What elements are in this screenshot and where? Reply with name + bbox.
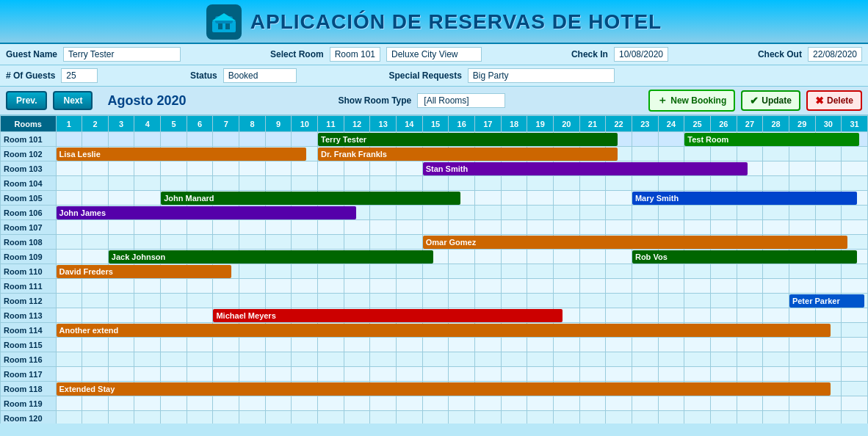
day-cell[interactable]	[553, 250, 579, 264]
day-cell[interactable]	[82, 367, 109, 382]
day-cell[interactable]	[449, 294, 475, 308]
day-cell[interactable]	[397, 279, 423, 294]
day-cell[interactable]	[239, 279, 266, 294]
day-cell[interactable]	[344, 367, 370, 382]
day-cell[interactable]	[763, 220, 789, 235]
day-cell[interactable]	[213, 338, 239, 352]
day-cell[interactable]	[553, 396, 579, 411]
booking-bar[interactable]: Peter Parker	[789, 294, 864, 308]
gantt-row[interactable]: Room 113Michael Meyers	[1, 308, 868, 323]
day-cell[interactable]	[632, 264, 658, 279]
day-cell[interactable]	[815, 308, 842, 323]
day-cell[interactable]	[161, 308, 187, 323]
day-cell[interactable]	[370, 220, 397, 235]
gantt-row[interactable]: Room 102Lisa LeslieDr. Frank Frankls	[1, 147, 868, 161]
day-cell[interactable]	[606, 367, 632, 382]
day-cell[interactable]	[842, 308, 868, 323]
day-cell[interactable]: Test Room	[684, 132, 711, 147]
day-cell[interactable]	[239, 352, 266, 367]
day-cell[interactable]	[475, 338, 502, 352]
day-cell[interactable]	[815, 220, 842, 235]
day-cell[interactable]	[134, 132, 161, 147]
day-cell[interactable]	[737, 220, 763, 235]
day-cell[interactable]	[318, 294, 344, 308]
day-cell[interactable]	[632, 338, 658, 352]
day-cell[interactable]	[737, 176, 763, 191]
day-cell[interactable]	[134, 235, 161, 250]
day-cell[interactable]	[527, 338, 554, 352]
day-cell[interactable]	[579, 264, 606, 279]
day-cell[interactable]	[815, 147, 842, 161]
day-cell[interactable]	[292, 367, 318, 382]
day-cell[interactable]	[449, 264, 475, 279]
day-cell[interactable]	[56, 235, 82, 250]
day-cell[interactable]	[422, 338, 449, 352]
day-cell[interactable]	[108, 396, 134, 411]
day-cell[interactable]	[842, 367, 868, 382]
day-cell[interactable]	[265, 294, 292, 308]
day-cell[interactable]	[606, 308, 632, 323]
day-cell[interactable]	[161, 396, 187, 411]
day-cell[interactable]	[684, 338, 711, 352]
day-cell[interactable]	[422, 396, 449, 411]
day-cell[interactable]	[370, 279, 397, 294]
day-cell[interactable]	[710, 264, 737, 279]
day-cell[interactable]	[606, 206, 632, 220]
day-cell[interactable]	[449, 220, 475, 235]
day-cell[interactable]	[658, 264, 684, 279]
booking-bar[interactable]: Mary Smith	[632, 192, 857, 205]
day-cell[interactable]	[397, 352, 423, 367]
day-cell[interactable]	[501, 294, 527, 308]
day-cell[interactable]	[56, 396, 82, 411]
day-cell[interactable]	[397, 235, 423, 250]
day-cell[interactable]	[56, 367, 82, 382]
day-cell[interactable]	[449, 176, 475, 191]
day-cell[interactable]	[292, 338, 318, 352]
day-cell[interactable]	[632, 396, 658, 411]
day-cell[interactable]	[422, 352, 449, 367]
day-cell[interactable]	[579, 352, 606, 367]
day-cell[interactable]	[684, 264, 711, 279]
day-cell[interactable]	[265, 220, 292, 235]
day-cell[interactable]	[134, 411, 161, 424]
day-cell[interactable]	[501, 250, 527, 264]
day-cell[interactable]	[553, 279, 579, 294]
day-cell[interactable]	[527, 367, 554, 382]
day-cell[interactable]	[56, 176, 82, 191]
day-cell[interactable]	[710, 352, 737, 367]
gantt-row[interactable]: Room 106John James	[1, 206, 868, 220]
day-cell[interactable]	[710, 176, 737, 191]
day-cell[interactable]	[108, 191, 134, 206]
day-cell[interactable]	[82, 352, 109, 367]
day-cell[interactable]	[292, 161, 318, 176]
day-cell[interactable]	[187, 338, 213, 352]
day-cell[interactable]	[187, 132, 213, 147]
day-cell[interactable]	[501, 411, 527, 424]
day-cell[interactable]	[553, 367, 579, 382]
day-cell[interactable]	[108, 367, 134, 382]
day-cell[interactable]	[239, 367, 266, 382]
day-cell[interactable]	[789, 220, 815, 235]
day-cell[interactable]	[239, 176, 266, 191]
day-cell[interactable]	[318, 411, 344, 424]
day-cell[interactable]	[318, 338, 344, 352]
day-cell[interactable]	[82, 279, 109, 294]
day-cell[interactable]	[265, 338, 292, 352]
day-cell[interactable]	[397, 161, 423, 176]
day-cell[interactable]	[632, 132, 658, 147]
day-cell[interactable]	[815, 176, 842, 191]
day-cell[interactable]	[789, 161, 815, 176]
day-cell[interactable]	[292, 279, 318, 294]
day-cell[interactable]	[606, 294, 632, 308]
day-cell[interactable]	[422, 294, 449, 308]
day-cell[interactable]	[422, 367, 449, 382]
day-cell[interactable]	[265, 161, 292, 176]
day-cell[interactable]	[527, 206, 554, 220]
day-cell[interactable]	[658, 352, 684, 367]
day-cell[interactable]	[292, 176, 318, 191]
day-cell[interactable]	[213, 396, 239, 411]
day-cell[interactable]	[370, 161, 397, 176]
day-cell[interactable]	[579, 338, 606, 352]
day-cell[interactable]	[344, 264, 370, 279]
day-cell[interactable]	[422, 176, 449, 191]
